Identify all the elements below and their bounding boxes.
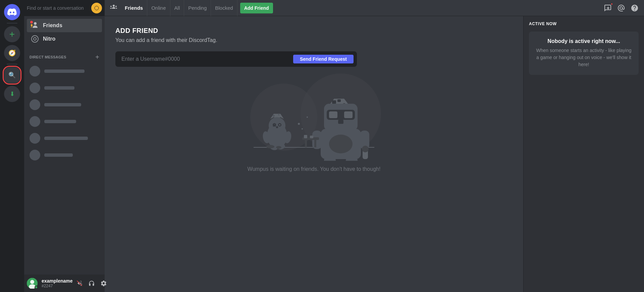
wumpus-caption: Wumpus is waiting on friends. You don't … (248, 166, 381, 172)
svg-point-14 (278, 114, 279, 115)
search-avatar-icon (93, 5, 100, 11)
dm-name-2 (44, 86, 74, 90)
tab-online-label: Online (151, 5, 166, 11)
headset-button[interactable] (86, 278, 97, 289)
explore-servers-button[interactable]: 🧭 (4, 45, 20, 61)
server-divider-2 (7, 64, 17, 64)
add-friend-description: You can add a friend with their DiscordT… (115, 37, 513, 43)
search-button[interactable]: 🔍 (4, 67, 20, 83)
nitro-label: Nitro (43, 36, 55, 42)
svg-rect-38 (329, 111, 337, 118)
mute-button[interactable] (74, 278, 85, 289)
tab-friends[interactable]: Friends (121, 0, 147, 16)
help-button[interactable] (631, 4, 639, 12)
active-now-empty-title: Nobody is active right now... (536, 38, 632, 44)
username: examplename (42, 278, 73, 284)
search-icon: 🔍 (8, 71, 16, 79)
dm-avatar-5 (30, 133, 40, 144)
explore-icon: 🧭 (8, 49, 16, 57)
svg-point-32 (276, 146, 281, 149)
svg-point-20 (279, 124, 280, 126)
svg-point-28 (298, 123, 300, 125)
svg-point-29 (307, 116, 308, 118)
discord-logo-button[interactable] (4, 4, 20, 20)
tab-online[interactable]: Online (147, 0, 170, 16)
svg-point-4 (34, 38, 36, 40)
nitro-icon-svg (31, 35, 39, 43)
svg-rect-47 (324, 157, 336, 161)
username-input[interactable] (116, 52, 290, 66)
tab-blocked[interactable]: Blocked (211, 0, 237, 16)
add-friend-header-button[interactable]: Add Friend (240, 3, 273, 13)
header-friends-icon (110, 4, 118, 12)
server-divider-1 (7, 23, 17, 23)
search-input[interactable] (27, 5, 90, 11)
dm-name-6 (44, 153, 73, 157)
tab-all[interactable]: All (170, 0, 184, 16)
main-content: Friends Online All Pending Blocked Add F… (105, 0, 644, 292)
svg-rect-54 (304, 135, 307, 138)
friends-icon-wrapper (31, 21, 39, 30)
active-now-empty-card: Nobody is active right now... When someo… (529, 32, 639, 75)
dm-section-header: DIRECT MESSAGES + (24, 48, 105, 62)
svg-point-31 (266, 145, 274, 148)
dm-name-4 (44, 120, 76, 123)
user-controls (74, 278, 109, 289)
add-server-button[interactable]: + (4, 26, 20, 42)
new-group-dm-button[interactable] (604, 4, 612, 12)
help-icon (631, 4, 639, 12)
mention-button[interactable] (617, 4, 625, 12)
user-avatar (27, 278, 38, 289)
user-tag: #2247 (42, 284, 73, 288)
header-right-icons (604, 4, 639, 12)
download-button[interactable]: ⬇ (4, 86, 20, 102)
dm-add-button[interactable]: + (95, 54, 99, 60)
svg-point-30 (302, 128, 303, 130)
active-now-title: ACTIVE NOW (529, 21, 639, 26)
svg-rect-39 (344, 111, 353, 118)
dm-item-5[interactable] (27, 130, 102, 146)
dm-item-1[interactable] (27, 63, 102, 79)
svg-point-6 (30, 280, 34, 284)
friends-label: Friends (43, 22, 62, 29)
server-sidebar: + 🧭 🔍 ⬇ (0, 0, 24, 292)
svg-rect-53 (314, 140, 316, 147)
svg-rect-48 (346, 157, 358, 161)
new-group-dm-icon (604, 4, 612, 12)
dm-item-4[interactable] (27, 113, 102, 130)
tab-all-label: All (174, 5, 180, 11)
dm-item-2[interactable] (27, 80, 102, 96)
search-avatar (91, 3, 102, 13)
svg-point-16 (269, 117, 285, 134)
search-bar[interactable] (24, 0, 105, 16)
headset-icon (88, 280, 95, 287)
active-now-empty-description: When someone starts an activity - like p… (536, 47, 632, 68)
sidebar-nav: Friends Nitro (24, 16, 105, 48)
tab-pending[interactable]: Pending (184, 0, 211, 16)
svg-rect-40 (338, 120, 343, 124)
dm-item-3[interactable] (27, 97, 102, 113)
user-status-indicator (35, 286, 38, 289)
svg-rect-52 (305, 140, 307, 147)
dm-avatar-2 (30, 83, 40, 93)
nitro-icon (31, 35, 39, 43)
dm-avatar-6 (30, 150, 40, 160)
svg-point-13 (273, 115, 275, 117)
sidebar-item-friends[interactable]: Friends (27, 19, 102, 32)
svg-rect-35 (337, 99, 341, 102)
svg-point-1 (95, 6, 99, 10)
sidebar-item-nitro[interactable]: Nitro (27, 32, 102, 46)
dm-item-6[interactable] (27, 147, 102, 163)
wumpus-illustration (227, 74, 401, 161)
send-friend-request-button[interactable]: Send Friend Request (293, 55, 354, 63)
notification-badge (610, 3, 613, 5)
download-icon: ⬇ (10, 90, 15, 98)
add-friend-form: Send Friend Request (115, 51, 357, 67)
user-panel: examplename #2247 (24, 275, 105, 292)
channel-sidebar: Friends Nitro DIRECT MESSAGES + (24, 0, 105, 292)
add-server-icon: + (9, 30, 15, 39)
content-area: ADD FRIEND You can add a friend with the… (105, 16, 644, 292)
tab-friends-label: Friends (125, 5, 143, 11)
mention-icon (617, 4, 625, 12)
user-info: examplename #2247 (42, 278, 73, 289)
